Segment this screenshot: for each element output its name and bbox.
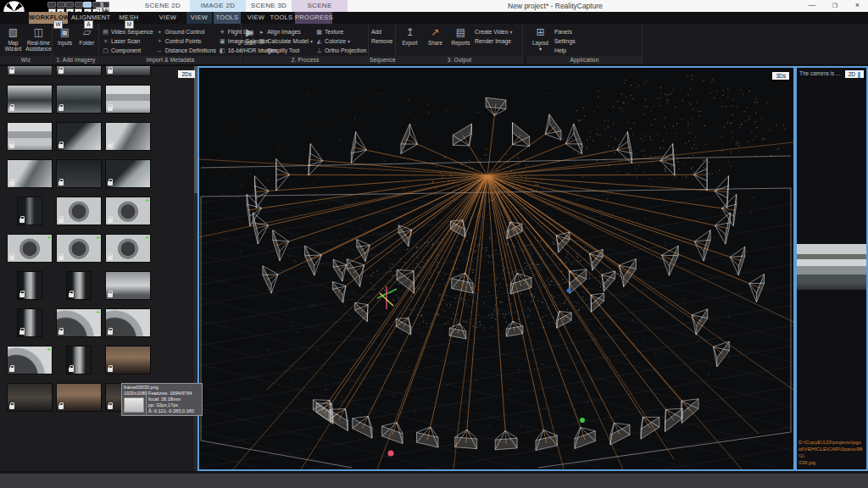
image-thumbnail[interactable] [105,308,151,337]
image-thumbnail[interactable] [105,346,151,374]
item-label: Align Images [267,29,300,35]
lock-icon [108,256,113,260]
reports-button[interactable]: ▤Reports [449,25,472,56]
keyhint-W: W [53,20,63,29]
create-video-item[interactable]: Create Video▾ [475,27,513,36]
image-thumbnail[interactable] [7,85,53,114]
image-thumbnail[interactable] [56,66,102,76]
panel-badge-2d[interactable]: 2D [845,70,864,78]
3d-scene-canvas[interactable] [199,68,793,469]
image-thumbnail[interactable] [66,271,92,300]
map-wizard-button[interactable]: ▧MapWizard [2,25,25,56]
group-header-scene-2d[interactable]: SCENE 2D [136,0,190,12]
image-thumbnail[interactable] [105,122,151,151]
image-thumbnail[interactable] [17,271,42,300]
component-item[interactable]: ▢Component [102,46,153,55]
align-images-item[interactable]: ▸Align Images [258,27,313,36]
camera-frustum [727,176,729,208]
tie-ray [487,175,735,210]
group-body: ↥Export↗Share▤ReportsCreate Video▾Render… [397,24,522,56]
tab-tools[interactable]: TOOLS [214,12,241,24]
start-icon: ▶ [246,26,253,39]
button-label: Inputs [58,40,72,46]
ground-control-item[interactable]: ⌖Ground Control [156,27,216,36]
camera-frustum [575,431,595,449]
group-header-scene[interactable]: SCENE [292,0,348,12]
close-button[interactable]: × [847,0,868,12]
export-button[interactable]: ↥Export [398,25,421,56]
minimize-button[interactable]: — [801,0,823,12]
image-thumbnail[interactable] [105,66,151,76]
colorize-item[interactable]: ◭Colorize▾ [315,36,366,46]
tab-tools[interactable]: TOOLS [270,12,293,24]
image-thumbnail[interactable]: + [56,234,102,263]
dropdown-caret-icon[interactable]: ▾ [310,38,313,44]
lock-icon [108,405,113,409]
reconstruction-box-edge [201,156,791,168]
image-thumbnail[interactable] [7,383,53,412]
image-thumbnail[interactable] [17,308,42,337]
viewport-badge-3ds[interactable]: 3Ds [772,72,789,80]
tab-view[interactable]: VIEW [154,12,181,24]
image-2d-panel[interactable]: The camera is ... 2D D:\CopyE\123\projec… [795,66,868,471]
image-thumbnail[interactable] [56,197,102,225]
current-image-thumbnail[interactable] [797,244,866,290]
distance-definitions-item[interactable]: ↔Distance Definitions [156,46,216,55]
image-thumbnail[interactable] [17,197,42,225]
folder-button[interactable]: ▱Folder [77,25,97,56]
button-label: Real-timeAssistance [25,40,51,52]
image-thumbnail[interactable]: + [56,308,102,337]
ortho-projection-item[interactable]: ⊥Ortho Projection [315,46,366,55]
image-thumbnail[interactable] [56,159,102,188]
real-time-assistance-button[interactable]: ◫Real-timeAssistance [27,25,50,56]
tab-progress[interactable]: PROGRESS [295,12,332,24]
image-thumbnail[interactable] [56,122,102,151]
maximize-button[interactable]: ❐ [824,0,846,12]
colorize-icon: ◭ [315,38,323,45]
image-thumbnail[interactable] [105,159,151,188]
remove-item[interactable]: Remove [371,36,392,46]
panels-item[interactable]: Panels [554,27,576,36]
image-thumbnail[interactable]: + [7,346,53,374]
help-item[interactable]: Help [554,46,576,55]
group-header-scene-3d[interactable]: SCENE 3D [248,0,290,12]
image-thumbnail[interactable] [56,383,102,412]
item-label: Add [371,29,381,35]
image-thumbnail[interactable] [105,85,151,114]
add-item[interactable]: Add [371,27,392,36]
tie-ray [487,175,564,242]
settings-item[interactable]: Settings [554,36,576,46]
texture-item[interactable]: ▩Texture [315,27,366,36]
tab-view[interactable]: VIEW [244,12,268,24]
panel-badge-2ds[interactable]: 2Ds [178,70,195,78]
image-thumbnail[interactable] [66,346,92,374]
laser-scan-item[interactable]: ≡Laser Scan [102,36,153,46]
group-footer-label: Application [527,56,642,64]
dropdown-caret-icon[interactable]: ▾ [348,38,350,44]
dropdown-caret-icon[interactable]: ▾ [510,29,513,35]
image-file-path: D:\CopyE\123\projects\pgu id\VEHICLE\CAR… [798,439,865,466]
image-thumbnail[interactable] [7,122,53,151]
inputs-button[interactable]: ▣Inputs [55,25,75,56]
lock-icon [58,69,64,74]
group-header-image-2d[interactable]: IMAGE 2D [190,0,246,12]
render-image-item[interactable]: Render Image [475,36,513,46]
image-thumbnail[interactable] [56,85,102,114]
image-thumbnail[interactable]: + [7,234,53,263]
tab-view[interactable]: VIEW [186,12,212,24]
layout-button[interactable]: ⊞Layout▾ [529,25,552,56]
plus-badge-icon: + [96,308,100,316]
lock-icon [9,144,14,148]
control-points-item[interactable]: +Control Points [156,36,216,46]
simplify-tool-item[interactable]: ⚠Simplify Tool [258,46,313,55]
item-label: Component [111,47,141,53]
image-thumbnail[interactable]: + [105,234,151,263]
start-button[interactable]: ▶Start [244,25,255,56]
image-thumbnail[interactable] [7,159,53,188]
scene-3d-viewport[interactable]: 3Ds [198,66,795,471]
calculate-model-item[interactable]: ▦Calculate Model▾ [258,36,313,46]
image-thumbnail[interactable] [105,271,151,300]
image-thumbnail[interactable]: + [105,197,151,225]
image-thumbnail[interactable] [7,66,53,76]
share-button[interactable]: ↗Share [424,25,447,56]
